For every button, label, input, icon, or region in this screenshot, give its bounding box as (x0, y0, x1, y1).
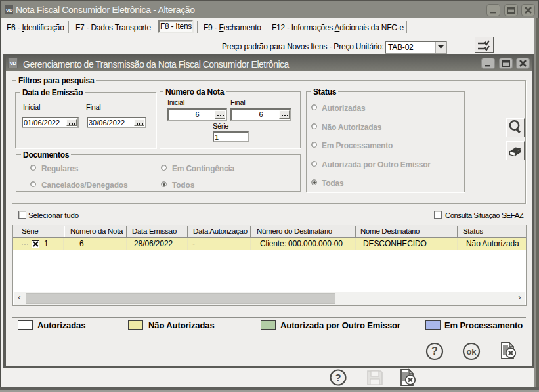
svg-text:?: ? (431, 345, 438, 357)
svg-text:?: ? (335, 372, 341, 383)
svg-text:ok: ok (466, 347, 477, 357)
